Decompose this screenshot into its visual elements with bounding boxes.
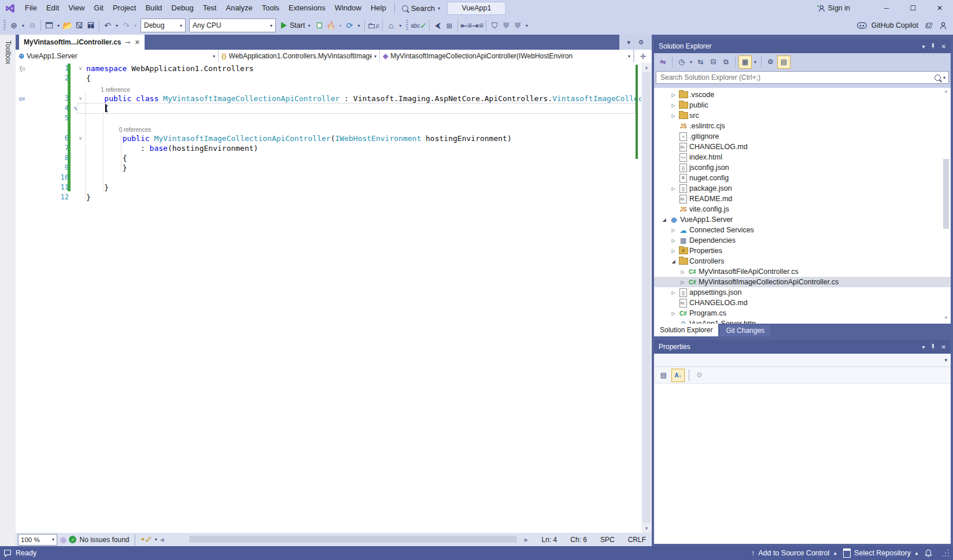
tree-item-appsettings-json[interactable]: ▷{}appsettings.json bbox=[654, 287, 951, 298]
close-tab-icon[interactable]: ✕ bbox=[135, 39, 140, 46]
github-copilot-icon[interactable] bbox=[857, 22, 867, 29]
sync-with-active-document-icon[interactable]: ⇆ bbox=[695, 56, 707, 68]
tree-item-changelog-md[interactable]: M↓CHANGELOG.md bbox=[654, 298, 951, 308]
code-editor[interactable]: {▫1∨namespace WebApplication1.Controller… bbox=[16, 62, 652, 533]
pending-changes-filter-icon[interactable]: ◷ bbox=[675, 56, 688, 68]
expander-icon[interactable]: ◢ bbox=[660, 217, 668, 222]
find-in-files-icon[interactable]: 🗀⌕ bbox=[367, 19, 380, 32]
tree-item-myvintasoftimagecollectionapicontroller-cs[interactable]: ▷C#MyVintasoftImageCollectionApiControll… bbox=[654, 277, 951, 287]
toolbar-grip[interactable] bbox=[3, 20, 6, 31]
expander-icon[interactable]: ▷ bbox=[669, 113, 678, 118]
horizontal-scrollbar[interactable] bbox=[168, 535, 520, 544]
expander-icon[interactable]: ▷ bbox=[669, 238, 678, 243]
tree-item-dependencies[interactable]: ▷▦Dependencies bbox=[654, 235, 951, 246]
solution-explorer-title-bar[interactable]: Solution Explorer ▾ ✕ bbox=[654, 39, 951, 53]
preview-pages-icon[interactable]: ⧉ bbox=[720, 56, 732, 68]
expander-icon[interactable]: ▷ bbox=[669, 228, 678, 233]
person-icon[interactable] bbox=[939, 21, 947, 29]
code-cleanup-icon[interactable]: ✦🖉 bbox=[141, 536, 152, 543]
split-window-button[interactable]: ✛ bbox=[634, 50, 652, 62]
document-tab[interactable]: MyVintasoftIm...iController.cs ⊸ ✕ bbox=[19, 35, 145, 50]
window-position-icon[interactable]: ▾ bbox=[922, 43, 925, 50]
expander-icon[interactable]: ▷ bbox=[678, 269, 687, 275]
expander-icon[interactable]: ▷ bbox=[669, 103, 678, 108]
show-all-files-icon[interactable]: ▦ bbox=[738, 55, 752, 69]
scroll-up-icon[interactable]: ▲ bbox=[942, 89, 950, 96]
menu-view[interactable]: View bbox=[64, 0, 89, 16]
menu-build[interactable]: Build bbox=[141, 0, 167, 16]
spell-check-icon[interactable]: abc✓ bbox=[411, 19, 427, 32]
expander-icon[interactable]: ▷ bbox=[669, 290, 678, 295]
select-repository-button[interactable]: Select Repository ▲ bbox=[843, 548, 919, 558]
menu-edit[interactable]: Edit bbox=[42, 0, 64, 16]
restart-application-icon[interactable]: ⟳ bbox=[343, 19, 355, 32]
pin-tab-icon[interactable]: ⊸ bbox=[125, 39, 130, 46]
chevron-down-icon[interactable]: ▾ bbox=[688, 56, 694, 68]
chevron-down-icon[interactable]: ▾ bbox=[155, 537, 157, 542]
tree-item-nuget-config[interactable]: ⚙nuget.config bbox=[654, 173, 951, 183]
tree-item-public[interactable]: ▷public bbox=[654, 100, 951, 110]
codelens-reference-indicator[interactable]: 0 references bbox=[16, 123, 652, 133]
menu-extensions[interactable]: Extensions bbox=[284, 0, 330, 16]
expander-icon[interactable]: ▷ bbox=[669, 249, 678, 254]
close-panel-icon[interactable]: ✕ bbox=[941, 344, 946, 350]
save-all-icon[interactable]: 🖬 bbox=[85, 19, 97, 32]
previous-bookmark-icon[interactable]: ⛊ bbox=[500, 19, 512, 32]
chevron-down-icon[interactable]: ▾ bbox=[523, 19, 530, 32]
expander-icon[interactable]: ◢ bbox=[669, 259, 678, 264]
properties-title-bar[interactable]: Properties ▾ ✕ bbox=[654, 340, 951, 354]
maximize-button[interactable]: ☐ bbox=[900, 0, 926, 16]
expander-icon[interactable]: ▷ bbox=[669, 186, 678, 191]
chevron-down-icon[interactable]: ▾ bbox=[397, 19, 404, 32]
tree-item-changelog-md[interactable]: M↓CHANGELOG.md bbox=[654, 142, 951, 152]
menu-window[interactable]: Window bbox=[330, 0, 366, 16]
menu-git[interactable]: Git bbox=[89, 0, 108, 16]
fold-collapse-icon[interactable]: ∨ bbox=[75, 133, 86, 143]
chevron-down-icon[interactable]: ▾ bbox=[337, 19, 343, 32]
navigate-backward-icon[interactable]: ⊛ bbox=[8, 19, 20, 32]
next-bookmark-icon[interactable]: ⛊ bbox=[512, 19, 523, 32]
alphabetical-sort-icon[interactable]: A↓ bbox=[671, 369, 685, 382]
solution-configuration-combo[interactable]: Debug ▾ bbox=[141, 18, 186, 32]
scroll-right-icon[interactable]: ▶ bbox=[524, 537, 529, 543]
properties-object-combo[interactable]: ▾ bbox=[654, 354, 951, 367]
scroll-up-icon[interactable]: ▲ bbox=[641, 62, 652, 72]
notifications-bell-icon[interactable] bbox=[925, 549, 932, 557]
menu-file[interactable]: File bbox=[20, 0, 42, 16]
type-dropdown[interactable]: {} WebApplication1.Controllers.MyVintaso… bbox=[219, 50, 380, 62]
tree-item-readme-md[interactable]: M↓README.md bbox=[654, 194, 951, 204]
select-pointer-icon[interactable]: ⮜ bbox=[432, 19, 444, 32]
scroll-down-icon[interactable]: ▼ bbox=[641, 524, 652, 533]
tree-item-program-cs[interactable]: ▷C#Program.cs bbox=[654, 308, 951, 318]
tree-item--gitignore[interactable]: ≡.gitignore bbox=[654, 131, 951, 142]
menu-project[interactable]: Project bbox=[108, 0, 141, 16]
window-position-icon[interactable]: ▾ bbox=[922, 344, 925, 350]
minimize-button[interactable]: ─ bbox=[873, 0, 900, 16]
issues-status-label[interactable]: No issues found bbox=[79, 536, 129, 544]
tree-item-index-html[interactable]: <>index.html bbox=[654, 152, 951, 162]
switch-views-icon[interactable]: ⇋ bbox=[657, 56, 669, 68]
pin-icon[interactable] bbox=[930, 43, 936, 49]
expander-icon[interactable]: ▷ bbox=[678, 280, 687, 285]
share-feedback-icon[interactable]: 🖅 bbox=[923, 19, 934, 32]
chevron-down-icon[interactable]: ▾ bbox=[943, 75, 945, 80]
github-copilot-label[interactable]: GitHub Copilot bbox=[871, 21, 918, 29]
solution-search-input[interactable] bbox=[659, 73, 932, 82]
open-file-icon[interactable]: 📂 bbox=[62, 19, 73, 32]
preview-selected-items-icon[interactable]: ▤ bbox=[777, 55, 791, 69]
chevron-down-icon[interactable]: ▾ bbox=[55, 19, 62, 32]
editor-health-icon[interactable]: ◎ bbox=[60, 536, 66, 544]
navigate-forward-icon[interactable]: ⊜ bbox=[27, 19, 38, 32]
search-control[interactable]: Search ▾ bbox=[398, 4, 444, 13]
menu-analyze[interactable]: Analyze bbox=[221, 0, 257, 16]
close-panel-icon[interactable]: ✕ bbox=[941, 43, 946, 50]
tree-item-properties[interactable]: ▷⚙Properties bbox=[654, 246, 951, 256]
hot-reload-icon[interactable]: 🔥 bbox=[325, 19, 337, 32]
decrease-indent-icon[interactable]: ⇤≡ bbox=[460, 19, 472, 32]
categorized-view-icon[interactable]: ▤ bbox=[658, 369, 670, 381]
feedback-bubble-icon[interactable] bbox=[3, 550, 12, 557]
tab-solution-explorer[interactable]: Solution Explorer bbox=[654, 324, 718, 336]
scrollbar-thumb[interactable] bbox=[943, 159, 949, 229]
chevron-down-icon[interactable]: ▾ bbox=[20, 19, 27, 32]
start-without-debugging-icon[interactable] bbox=[313, 19, 325, 32]
